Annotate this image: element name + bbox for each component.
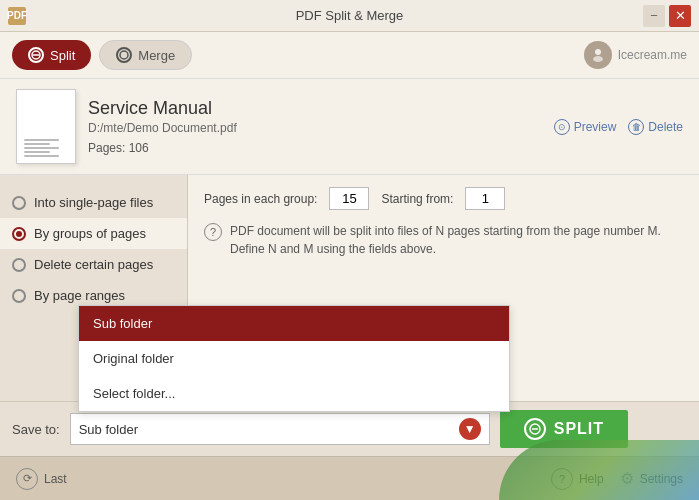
- tab-split-label: Split: [50, 48, 75, 63]
- logo-text: Icecream.me: [618, 48, 687, 62]
- option-groups-label: By groups of pages: [34, 226, 146, 241]
- pages-input[interactable]: [329, 187, 369, 210]
- preview-link[interactable]: ⊙ Preview: [554, 119, 617, 135]
- last-item[interactable]: ⟳ Last: [16, 468, 67, 490]
- option-single[interactable]: Into single-page files: [0, 187, 187, 218]
- file-pages: Pages: 106: [88, 141, 542, 155]
- title-bar-left: PDF: [8, 7, 26, 25]
- pages-label: Pages in each group:: [204, 192, 317, 206]
- preview-icon: ⊙: [554, 119, 570, 135]
- thumb-line: [24, 139, 59, 141]
- preview-label: Preview: [574, 120, 617, 134]
- radio-ranges: [12, 289, 26, 303]
- dropdown-menu: Sub folder Original folder Select folder…: [78, 305, 510, 412]
- logo-area: Icecream.me: [584, 41, 687, 69]
- fields-row: Pages in each group: Starting from:: [204, 187, 683, 210]
- svg-point-3: [595, 49, 601, 55]
- option-groups[interactable]: By groups of pages: [0, 218, 187, 249]
- dropdown-item-select[interactable]: Select folder...: [79, 376, 509, 411]
- option-single-label: Into single-page files: [34, 195, 153, 210]
- info-row: ? PDF document will be split into files …: [204, 222, 683, 258]
- radio-single: [12, 196, 26, 210]
- file-title: Service Manual: [88, 98, 542, 119]
- deco-bottom: [499, 440, 699, 500]
- radio-delete: [12, 258, 26, 272]
- dropdown-item-subfolder[interactable]: Sub folder: [79, 306, 509, 341]
- tabs: Split Merge: [12, 40, 192, 70]
- title-bar: PDF PDF Split & Merge − ✕: [0, 0, 699, 32]
- dropdown-arrow-icon: ▼: [459, 418, 481, 440]
- starting-input[interactable]: [465, 187, 505, 210]
- tab-merge[interactable]: Merge: [99, 40, 192, 70]
- thumb-line: [24, 151, 50, 153]
- merge-tab-icon: [116, 47, 132, 63]
- top-bar: Split Merge Icecream.me: [0, 32, 699, 79]
- thumb-lines: [24, 137, 68, 159]
- tab-split[interactable]: Split: [12, 40, 91, 70]
- radio-groups: [12, 227, 26, 241]
- delete-link[interactable]: 🗑 Delete: [628, 119, 683, 135]
- info-text: PDF document will be split into files of…: [230, 222, 683, 258]
- last-icon: ⟳: [16, 468, 38, 490]
- dropdown-item-original[interactable]: Original folder: [79, 341, 509, 376]
- split-btn-icon: [524, 418, 546, 440]
- option-delete[interactable]: Delete certain pages: [0, 249, 187, 280]
- file-details: Service Manual D:/mte/Demo Document.pdf …: [88, 98, 542, 155]
- thumb-line: [24, 147, 59, 149]
- last-label: Last: [44, 472, 67, 486]
- app-icon: PDF: [8, 7, 26, 25]
- file-info-section: Service Manual D:/mte/Demo Document.pdf …: [0, 79, 699, 175]
- starting-label: Starting from:: [381, 192, 453, 206]
- file-path: D:/mte/Demo Document.pdf: [88, 121, 542, 135]
- save-dropdown[interactable]: Sub folder ▼: [70, 413, 490, 445]
- main-window: Split Merge Icecream.me: [0, 32, 699, 500]
- option-delete-label: Delete certain pages: [34, 257, 153, 272]
- option-ranges-label: By page ranges: [34, 288, 125, 303]
- svg-point-2: [120, 51, 128, 59]
- split-button-label: SPLIT: [554, 420, 604, 438]
- tab-merge-label: Merge: [138, 48, 175, 63]
- save-label: Save to:: [12, 422, 60, 437]
- footer-bar: ⟳ Last ? Help ⚙ Settings: [0, 456, 699, 500]
- radio-dot: [16, 231, 22, 237]
- minimize-button[interactable]: −: [643, 5, 665, 27]
- title-controls: − ✕: [643, 5, 691, 27]
- delete-label: Delete: [648, 120, 683, 134]
- close-button[interactable]: ✕: [669, 5, 691, 27]
- file-thumbnail: [16, 89, 76, 164]
- svg-point-4: [593, 56, 603, 62]
- delete-icon: 🗑: [628, 119, 644, 135]
- file-actions: ⊙ Preview 🗑 Delete: [554, 119, 683, 135]
- thumb-line: [24, 155, 59, 157]
- info-icon: ?: [204, 223, 222, 241]
- thumb-line: [24, 143, 50, 145]
- logo-icon: [584, 41, 612, 69]
- split-tab-icon: [28, 47, 44, 63]
- dropdown-current: Sub folder: [79, 422, 138, 437]
- window-title: PDF Split & Merge: [296, 8, 404, 23]
